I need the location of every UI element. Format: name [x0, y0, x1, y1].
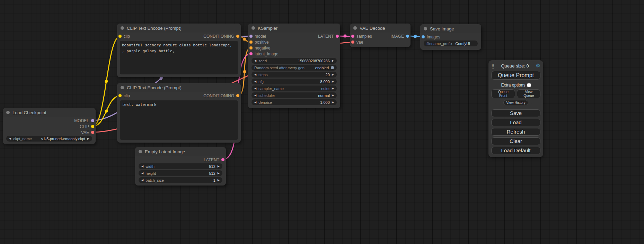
slot-dot[interactable]	[118, 94, 122, 97]
input-slot-negative[interactable]: negative	[249, 46, 270, 51]
decrement-arrow-icon[interactable]: ◀	[254, 73, 256, 76]
decrement-arrow-icon[interactable]: ◀	[254, 80, 256, 83]
drag-handle-icon[interactable]: ⣿	[491, 64, 495, 68]
widget-seed[interactable]: ◀ seed 156680208700286 ▶	[252, 58, 337, 64]
slot-dot[interactable]	[118, 35, 122, 38]
collapse-dot[interactable]	[252, 26, 255, 30]
output-slot-latent[interactable]: LATENT	[204, 157, 224, 162]
collapse-dot[interactable]	[424, 27, 427, 30]
node-ksampler[interactable]: KSampler model LATENT positive negative …	[248, 24, 340, 108]
output-slot-image[interactable]: IMAGE	[390, 34, 409, 39]
widget-filename-prefix[interactable]: filename_prefix ComfyUI	[424, 40, 478, 46]
save-button[interactable]: Save	[491, 109, 540, 117]
collapse-dot[interactable]	[139, 150, 142, 153]
input-slot-clip[interactable]: clip	[118, 93, 130, 98]
collapse-dot[interactable]	[121, 86, 124, 89]
output-slot-conditioning[interactable]: CONDITIONING	[203, 93, 239, 98]
slot-dot[interactable]	[249, 35, 253, 38]
load-button[interactable]: Load	[491, 119, 540, 126]
decrement-arrow-icon[interactable]: ◀	[254, 101, 256, 104]
node-load-checkpoint[interactable]: Load Checkpoint MODEL CLIP VAE ◀ ckpt_na…	[3, 108, 96, 144]
collapse-dot[interactable]	[353, 26, 357, 30]
widget-steps[interactable]: ◀ steps 20 ▶	[252, 72, 337, 78]
increment-arrow-icon[interactable]: ▶	[332, 73, 334, 76]
increment-arrow-icon[interactable]: ▶	[332, 87, 334, 90]
load-default-button[interactable]: Load Default	[491, 147, 540, 154]
output-slot-clip[interactable]: CLIP	[80, 124, 94, 129]
view-queue-button[interactable]: View Queue	[517, 89, 540, 98]
slot-dot[interactable]	[249, 40, 253, 44]
increment-arrow-icon[interactable]: ▶	[218, 179, 220, 182]
output-slot-vae[interactable]: VAE	[81, 130, 94, 135]
increment-arrow-icon[interactable]: ▶	[218, 172, 220, 175]
increment-arrow-icon[interactable]: ▶	[332, 94, 334, 97]
node-clip-text-encode-positive[interactable]: CLIP Text Encode (Prompt) clip CONDITION…	[117, 24, 241, 77]
slot-dot[interactable]	[91, 125, 94, 128]
input-slot-positive[interactable]: positive	[249, 40, 269, 45]
collapse-dot[interactable]	[6, 111, 10, 114]
slot-dot[interactable]	[91, 119, 94, 122]
queue-front-button[interactable]: Queue Front	[491, 89, 515, 98]
increment-arrow-icon[interactable]: ▶	[332, 60, 334, 62]
decrement-arrow-icon[interactable]: ◀	[9, 137, 11, 140]
widget-batch-size[interactable]: ◀ batch_size 1 ▶	[139, 177, 222, 183]
decrement-arrow-icon[interactable]: ◀	[254, 60, 256, 62]
input-slot-latent-image[interactable]: latent_image	[249, 52, 279, 56]
input-slot-samples[interactable]: samples	[351, 34, 372, 39]
widget-random-seed-toggle[interactable]: Random seed after every gen enabled	[252, 65, 337, 71]
queue-menu-panel[interactable]: ⣿ Queue size: 0 ⚙ Queue Prompt Extra opt…	[488, 60, 543, 157]
node-title-bar[interactable]: CLIP Text Encode (Prompt)	[117, 24, 241, 33]
widget-denoise[interactable]: ◀ denoise 1.000 ▶	[252, 99, 337, 105]
clear-button[interactable]: Clear	[491, 137, 540, 145]
positive-prompt-textarea[interactable]: beautiful scenery nature glass bottle la…	[120, 41, 238, 74]
decrement-arrow-icon[interactable]: ◀	[141, 165, 143, 168]
node-vae-decode[interactable]: VAE Decode samples IMAGE vae	[350, 24, 411, 47]
node-title-bar[interactable]: KSampler	[248, 24, 340, 33]
toggle-indicator[interactable]	[331, 66, 334, 69]
widget-width[interactable]: ◀ width 512 ▶	[139, 163, 222, 169]
negative-prompt-textarea[interactable]: text, watermark	[120, 100, 238, 140]
widget-sampler-name[interactable]: ◀ sampler_name euler ▶	[252, 85, 337, 91]
slot-dot[interactable]	[249, 46, 253, 49]
slot-dot[interactable]	[249, 52, 253, 55]
input-slot-images[interactable]: images	[422, 35, 440, 39]
output-slot-conditioning[interactable]: CONDITIONING	[203, 34, 239, 39]
increment-arrow-icon[interactable]: ▶	[218, 165, 220, 168]
slot-dot[interactable]	[221, 158, 224, 161]
input-slot-model[interactable]: model	[249, 34, 266, 39]
node-title-bar[interactable]: Load Checkpoint	[3, 108, 96, 117]
slot-dot[interactable]	[406, 35, 409, 38]
decrement-arrow-icon[interactable]: ◀	[141, 179, 143, 182]
slot-dot[interactable]	[422, 35, 425, 38]
node-title-bar[interactable]: VAE Decode	[350, 24, 411, 33]
node-save-image[interactable]: Save Image images filename_prefix ComfyU…	[420, 24, 481, 50]
decrement-arrow-icon[interactable]: ◀	[141, 172, 143, 175]
node-empty-latent-image[interactable]: Empty Latent Image LATENT ◀ width 512 ▶ …	[135, 147, 226, 186]
increment-arrow-icon[interactable]: ▶	[332, 80, 334, 83]
increment-arrow-icon[interactable]: ▶	[332, 101, 334, 104]
widget-cfg[interactable]: ◀ cfg 8.000 ▶	[252, 79, 337, 84]
node-clip-text-encode-negative[interactable]: CLIP Text Encode (Prompt) clip CONDITION…	[117, 83, 241, 143]
collapse-dot[interactable]	[121, 26, 124, 30]
extra-options-checkbox[interactable]	[527, 83, 531, 87]
slot-dot[interactable]	[236, 35, 239, 38]
view-history-button[interactable]: View History	[503, 100, 528, 105]
slot-dot[interactable]	[236, 94, 239, 97]
node-title-bar[interactable]: Save Image	[420, 24, 481, 33]
slot-dot[interactable]	[91, 131, 94, 134]
input-slot-clip[interactable]: clip	[118, 34, 130, 39]
node-title-bar[interactable]: CLIP Text Encode (Prompt)	[117, 83, 241, 92]
increment-arrow-icon[interactable]: ▶	[87, 137, 89, 140]
refresh-button[interactable]: Refresh	[491, 128, 540, 136]
widget-scheduler[interactable]: ◀ scheduler normal ▶	[252, 92, 337, 98]
node-title-bar[interactable]: Empty Latent Image	[135, 147, 226, 156]
queue-prompt-button[interactable]: Queue Prompt	[491, 71, 540, 80]
widget-height[interactable]: ◀ height 512 ▶	[139, 170, 222, 176]
slot-dot[interactable]	[351, 40, 354, 44]
slot-dot[interactable]	[336, 35, 339, 38]
output-slot-latent[interactable]: LATENT	[318, 34, 339, 39]
input-slot-vae[interactable]: vae	[351, 40, 363, 45]
settings-gear-icon[interactable]: ⚙	[536, 63, 540, 69]
output-slot-model[interactable]: MODEL	[74, 118, 94, 123]
decrement-arrow-icon[interactable]: ◀	[254, 87, 256, 90]
